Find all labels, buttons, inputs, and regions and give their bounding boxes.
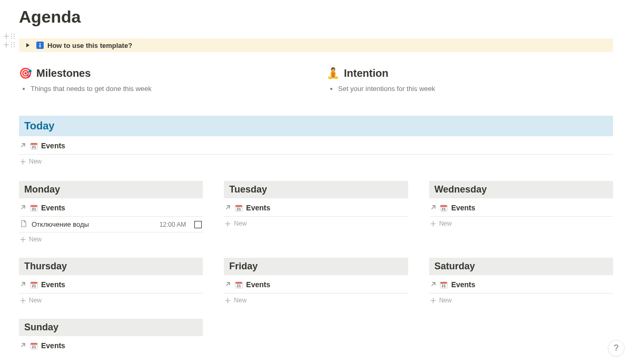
events-link-tuesday[interactable]: 21 Events: [224, 198, 408, 217]
events-link-friday[interactable]: 21 Events: [224, 275, 408, 294]
event-time: 12:00 AM: [160, 221, 186, 228]
milestones-section: 🎯 Milestones Things that needs to get do…: [19, 67, 305, 95]
svg-text:21: 21: [32, 284, 36, 288]
new-label: New: [234, 220, 246, 227]
calendar-icon: 21: [29, 341, 38, 350]
arrow-upright-icon: [20, 141, 26, 150]
howto-callout[interactable]: How to use this template?: [19, 38, 613, 52]
info-icon: [36, 41, 44, 49]
thursday-heading: Thursday: [19, 258, 203, 275]
svg-text:21: 21: [442, 284, 446, 288]
svg-point-7: [11, 44, 12, 45]
thursday-section: Thursday 21 Events New: [19, 258, 203, 307]
arrow-upright-icon: [225, 280, 231, 289]
plus-icon: [20, 298, 26, 304]
svg-point-1: [11, 36, 12, 37]
saturday-heading: Saturday: [429, 258, 613, 275]
svg-rect-13: [39, 43, 41, 44]
svg-point-0: [11, 34, 12, 35]
svg-rect-16: [31, 143, 37, 145]
events-label: Events: [41, 341, 65, 350]
new-label: New: [29, 236, 42, 243]
plus-icon: [20, 237, 26, 242]
svg-point-8: [11, 46, 12, 47]
events-label: Events: [246, 204, 270, 212]
events-link-wednesday[interactable]: 21 Events: [429, 198, 613, 217]
milestones-heading: Milestones: [36, 67, 91, 79]
svg-rect-34: [440, 282, 447, 284]
new-button-friday[interactable]: New: [224, 294, 408, 307]
help-icon: ?: [614, 343, 619, 353]
sunday-heading: Sunday: [19, 319, 203, 336]
events-label: Events: [41, 141, 65, 150]
svg-point-5: [14, 38, 15, 39]
toggle-triangle-icon[interactable]: [24, 42, 32, 49]
events-label: Events: [451, 280, 476, 289]
intention-heading: Intention: [344, 67, 388, 79]
events-label: Events: [41, 204, 65, 212]
svg-rect-28: [31, 282, 37, 284]
svg-text:21: 21: [32, 207, 36, 211]
events-label: Events: [246, 280, 270, 289]
new-label: New: [29, 297, 42, 304]
svg-rect-31: [235, 282, 242, 284]
svg-rect-22: [235, 205, 242, 207]
svg-point-6: [11, 42, 12, 43]
svg-point-4: [14, 36, 15, 37]
new-label: New: [439, 220, 452, 227]
events-link-sunday[interactable]: 21 Events: [19, 336, 203, 354]
arrow-upright-icon: [225, 204, 231, 212]
new-label: New: [29, 158, 42, 165]
event-title: Отключение воды: [32, 220, 155, 228]
svg-point-10: [14, 44, 15, 45]
wednesday-heading: Wednesday: [429, 181, 613, 198]
plus-icon: [225, 221, 231, 227]
new-button-today[interactable]: New: [19, 155, 613, 168]
svg-point-11: [14, 46, 15, 47]
today-heading: Today: [19, 116, 613, 136]
plus-icon: [430, 298, 436, 304]
svg-text:21: 21: [442, 207, 446, 211]
add-block-handle[interactable]: [3, 33, 16, 39]
svg-text:21: 21: [32, 345, 36, 349]
event-checkbox[interactable]: [194, 221, 202, 228]
intention-bullet[interactable]: Set your intentions for this week: [338, 85, 613, 93]
calendar-icon: 21: [29, 280, 38, 289]
svg-text:21: 21: [32, 145, 36, 149]
new-button-monday[interactable]: New: [19, 232, 203, 246]
person-meditate-icon: 🧘: [327, 67, 340, 79]
arrow-upright-icon: [20, 341, 26, 350]
calendar-icon: 21: [29, 141, 38, 150]
intention-section: 🧘 Intention Set your intentions for this…: [327, 67, 613, 95]
events-link-saturday[interactable]: 21 Events: [429, 275, 613, 294]
events-link-monday[interactable]: 21 Events: [19, 198, 203, 217]
svg-point-2: [11, 38, 12, 39]
svg-rect-14: [39, 45, 41, 47]
svg-rect-37: [31, 343, 37, 345]
new-button-thursday[interactable]: New: [19, 294, 203, 307]
events-link-today[interactable]: 21 Events: [19, 136, 613, 155]
event-item[interactable]: Отключение воды 12:00 AM: [19, 217, 203, 232]
events-label: Events: [451, 204, 476, 212]
svg-text:21: 21: [236, 207, 241, 211]
sunday-section: Sunday 21 Events: [19, 319, 203, 354]
friday-section: Friday 21 Events New: [224, 258, 408, 307]
monday-section: Monday 21 Events Отключение воды 12:00 A…: [19, 181, 203, 246]
help-button[interactable]: ?: [608, 340, 625, 357]
tuesday-section: Tuesday 21 Events New: [224, 181, 408, 246]
new-button-wednesday[interactable]: New: [429, 217, 613, 230]
svg-rect-25: [440, 205, 447, 207]
events-link-thursday[interactable]: 21 Events: [19, 275, 203, 294]
arrow-upright-icon: [430, 280, 437, 289]
milestones-bullet[interactable]: Things that needs to get done this week: [31, 85, 305, 93]
svg-point-3: [14, 34, 15, 35]
monday-heading: Monday: [19, 181, 203, 198]
add-block-handle[interactable]: [3, 42, 16, 48]
new-button-saturday[interactable]: New: [429, 294, 613, 307]
events-label: Events: [41, 280, 65, 289]
plus-icon: [20, 159, 26, 165]
drag-handle-icon: [11, 42, 16, 48]
drag-handle-icon: [11, 33, 16, 39]
new-button-tuesday[interactable]: New: [224, 217, 408, 230]
svg-point-9: [14, 42, 15, 43]
